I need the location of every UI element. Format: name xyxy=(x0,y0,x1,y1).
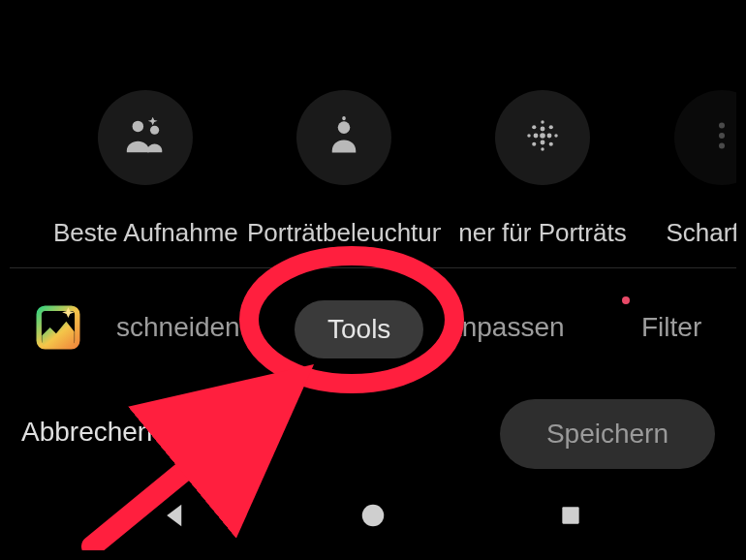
tool-suggestions-row: Beste Aufnahme Porträtbeleuchtung xyxy=(10,90,736,255)
tab-tools[interactable]: Tools xyxy=(295,300,423,358)
cancel-button[interactable]: Abbrechen xyxy=(21,417,152,448)
svg-point-17 xyxy=(719,123,725,129)
action-bar: Abbrechen Speichern xyxy=(10,397,736,475)
tab-adjust[interactable]: Anpassen xyxy=(444,312,565,343)
auto-enhance-icon xyxy=(34,303,82,356)
svg-point-7 xyxy=(554,134,558,138)
tab-crop[interactable]: schneiden xyxy=(116,312,240,343)
tab-filters[interactable]: Filter xyxy=(641,312,701,343)
tool-portrait-blur-button[interactable] xyxy=(495,90,590,185)
tool-sharpen[interactable]: Scharf xyxy=(673,90,731,255)
svg-point-8 xyxy=(532,125,536,129)
tool-portrait-blur-label: ner für Porträts xyxy=(458,218,626,248)
nav-home-button[interactable] xyxy=(357,501,389,534)
svg-point-18 xyxy=(719,133,725,139)
svg-point-1 xyxy=(150,126,159,135)
tool-portrait-light-label: Porträtbeleuchtung xyxy=(247,218,441,248)
android-nav-bar xyxy=(10,488,736,546)
best-take-icon xyxy=(123,113,168,162)
editor-tabs-row: schneiden Tools Anpassen Filter xyxy=(10,289,736,366)
svg-point-11 xyxy=(549,142,553,146)
svg-point-14 xyxy=(534,134,539,139)
svg-point-13 xyxy=(541,140,545,145)
section-divider xyxy=(10,267,736,268)
recent-apps-icon xyxy=(558,503,583,532)
svg-point-6 xyxy=(527,134,531,138)
svg-point-4 xyxy=(541,120,544,124)
tool-best-take-label: Beste Aufnahme xyxy=(53,218,237,248)
svg-point-0 xyxy=(133,121,144,133)
tool-portrait-light[interactable]: Porträtbeleuchtung xyxy=(276,90,412,255)
svg-point-5 xyxy=(541,147,544,151)
tool-best-take[interactable]: Beste Aufnahme xyxy=(78,90,213,255)
portrait-blur-icon xyxy=(522,115,563,160)
svg-rect-22 xyxy=(562,507,578,523)
tool-sharpen-label: Scharf xyxy=(666,218,736,248)
svg-point-9 xyxy=(549,125,553,129)
tab-adjust-indicator-dot xyxy=(622,296,630,304)
portrait-light-icon xyxy=(324,115,364,160)
svg-point-10 xyxy=(532,142,536,146)
nav-recent-button[interactable] xyxy=(554,501,587,534)
tool-best-take-button[interactable] xyxy=(98,90,193,185)
sharpen-icon xyxy=(717,121,727,154)
svg-point-19 xyxy=(719,143,725,149)
auto-enhance-button[interactable] xyxy=(31,302,85,357)
svg-point-15 xyxy=(547,134,552,139)
svg-point-2 xyxy=(338,121,351,134)
svg-point-16 xyxy=(540,133,545,139)
tool-portrait-light-button[interactable] xyxy=(296,90,391,185)
save-button[interactable]: Speichern xyxy=(500,399,715,469)
back-icon xyxy=(161,501,190,534)
nav-back-button[interactable] xyxy=(159,501,192,534)
svg-point-21 xyxy=(362,505,385,527)
tool-portrait-blur[interactable]: ner für Porträts xyxy=(475,90,610,255)
home-icon xyxy=(358,501,388,534)
svg-rect-3 xyxy=(342,116,346,120)
svg-point-12 xyxy=(541,127,545,132)
tool-sharpen-button[interactable] xyxy=(674,90,736,185)
